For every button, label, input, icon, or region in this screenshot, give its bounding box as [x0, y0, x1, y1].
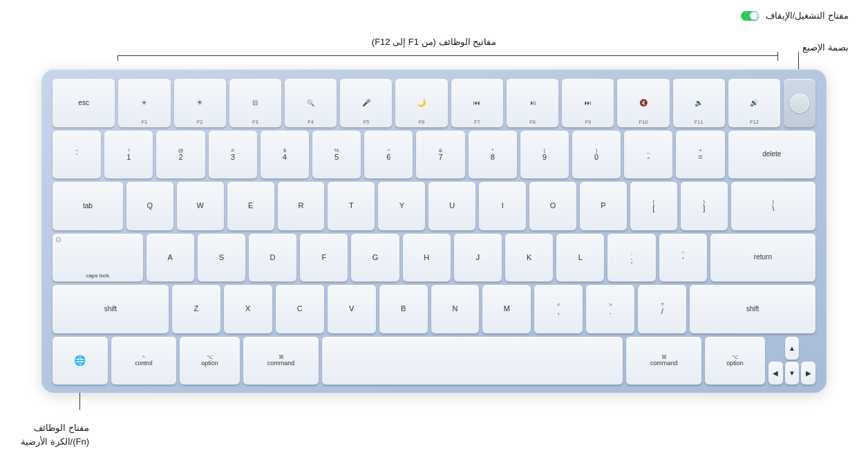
key-7[interactable]: & 7	[416, 131, 464, 179]
key-option-left[interactable]: ⌥ option	[180, 337, 240, 385]
key-f2[interactable]: ☀ F2	[174, 79, 226, 127]
key-9[interactable]: ( 9	[520, 131, 569, 179]
key-shift-left[interactable]: shift	[53, 285, 169, 333]
key-8[interactable]: * 8	[469, 131, 517, 179]
key-e[interactable]: E	[227, 182, 274, 230]
key-3[interactable]: # 3	[209, 131, 257, 179]
asdf-row: caps lock A S D F G H J K L : ; "	[53, 234, 815, 282]
key-n[interactable]: N	[431, 285, 480, 333]
key-o[interactable]: O	[529, 182, 576, 230]
key-f5[interactable]: 🎤 F5	[340, 79, 392, 127]
key-backslash[interactable]: | \	[731, 182, 815, 230]
key-m[interactable]: M	[482, 285, 531, 333]
key-z[interactable]: Z	[172, 285, 220, 333]
key-touch-id[interactable]	[784, 79, 815, 127]
key-5[interactable]: % 5	[312, 131, 361, 179]
key-option-right[interactable]: ⌥ option	[705, 337, 765, 385]
key-f[interactable]: F	[300, 234, 348, 282]
fingerprint-circle	[790, 93, 809, 113]
key-h[interactable]: H	[403, 234, 451, 282]
key-arrow-left[interactable]: ◀	[768, 362, 783, 385]
page-container: مفتاح التشغيل/الإيقاف بصمة الإصبع مفاتيح…	[0, 0, 868, 462]
key-f8[interactable]: ⏯ F8	[507, 79, 558, 127]
key-minus[interactable]: _ -	[624, 131, 672, 179]
key-d[interactable]: D	[249, 234, 296, 282]
key-period[interactable]: > .	[586, 285, 634, 333]
key-return[interactable]: return	[710, 234, 815, 282]
key-control[interactable]: ^ control	[111, 337, 176, 385]
key-arrow-right[interactable]: ▶	[801, 362, 815, 385]
key-shift-right[interactable]: shift	[690, 285, 815, 333]
key-t[interactable]: T	[328, 182, 375, 230]
key-bracket-right[interactable]: } ]	[681, 182, 728, 230]
key-4[interactable]: $ 4	[261, 131, 309, 179]
key-arrow-up[interactable]: ▲	[785, 337, 800, 360]
qwerty-row: tab Q W E R T Y U I O P { [ }	[53, 182, 815, 230]
key-slash[interactable]: ? /	[638, 285, 686, 333]
key-f9[interactable]: ⏭ F9	[562, 79, 614, 127]
key-g[interactable]: G	[351, 234, 399, 282]
key-bracket-left[interactable]: { [	[630, 182, 677, 230]
key-x[interactable]: X	[224, 285, 272, 333]
key-f4[interactable]: 🔍 F4	[285, 79, 337, 127]
key-f1[interactable]: ☀ F1	[118, 79, 170, 127]
key-comma[interactable]: < ,	[534, 285, 583, 333]
power-toggle[interactable]	[741, 11, 759, 21]
key-f12[interactable]: 🔊 F12	[728, 79, 780, 127]
key-backtick[interactable]: ~ `	[53, 131, 101, 179]
fingerprint-label: بصمة الإصبع	[802, 41, 849, 54]
number-row: ~ ` ! 1 @ 2 # 3	[53, 131, 815, 179]
key-k[interactable]: K	[505, 234, 553, 282]
key-command-left[interactable]: ⌘ command	[243, 337, 319, 385]
key-semicolon[interactable]: : ;	[607, 234, 655, 282]
key-w[interactable]: W	[177, 182, 224, 230]
key-quote[interactable]: " '	[659, 234, 707, 282]
key-f7[interactable]: ⏮ F7	[451, 79, 503, 127]
bottom-row: 🌐 ^ control ⌥ option ⌘ command	[53, 337, 815, 385]
zxcv-row: shift Z X C V B N M < , > .	[53, 285, 815, 333]
key-a[interactable]: A	[147, 234, 194, 282]
key-c[interactable]: C	[276, 285, 324, 333]
key-l[interactable]: L	[556, 234, 604, 282]
key-1[interactable]: ! 1	[104, 131, 153, 179]
key-r[interactable]: R	[278, 182, 325, 230]
key-2[interactable]: @ 2	[156, 131, 205, 179]
key-b[interactable]: B	[379, 285, 428, 333]
function-row: esc ☀ F1 ☀ F2 ⊟ F3 🔍	[53, 79, 815, 127]
key-q[interactable]: Q	[126, 182, 173, 230]
key-tab[interactable]: tab	[53, 182, 123, 230]
key-i[interactable]: I	[479, 182, 526, 230]
key-arrow-down[interactable]: ▼	[785, 362, 800, 385]
key-space[interactable]	[322, 337, 623, 385]
key-command-right[interactable]: ⌘ command	[626, 337, 701, 385]
key-fn-globe[interactable]: 🌐	[53, 337, 108, 385]
key-esc[interactable]: esc	[53, 79, 115, 127]
key-p[interactable]: P	[580, 182, 627, 230]
key-f3[interactable]: ⊟ F3	[229, 79, 281, 127]
key-y[interactable]: Y	[378, 182, 425, 230]
key-f10[interactable]: 🔇 F10	[617, 79, 669, 127]
key-v[interactable]: V	[328, 285, 376, 333]
fn-label: مفتاح الوظائف (Fn)/الكرة الأرضية	[21, 421, 89, 448]
key-6[interactable]: ^ 6	[364, 131, 413, 179]
keyboard-wrapper: esc ☀ F1 ☀ F2 ⊟ F3 🔍	[41, 69, 827, 393]
key-j[interactable]: J	[454, 234, 502, 282]
key-equals[interactable]: + =	[676, 131, 724, 179]
key-f11[interactable]: 🔉 F11	[673, 79, 725, 127]
function-keys-label: مفاتيح الوظائف (من F1 إلى F12)	[372, 36, 496, 48]
power-text: مفتاح التشغيل/الإيقاف	[766, 10, 849, 22]
key-s[interactable]: S	[198, 234, 245, 282]
arrow-cluster: ▲ ◀ ▼ ▶	[768, 337, 815, 385]
power-label: مفتاح التشغيل/الإيقاف	[741, 10, 849, 22]
key-0[interactable]: ) 0	[572, 131, 621, 179]
keyboard: esc ☀ F1 ☀ F2 ⊟ F3 🔍	[41, 69, 827, 393]
key-delete[interactable]: delete	[728, 131, 815, 179]
key-f6[interactable]: 🌙 F6	[395, 79, 447, 127]
key-u[interactable]: U	[428, 182, 475, 230]
key-caps-lock[interactable]: caps lock	[53, 234, 143, 282]
